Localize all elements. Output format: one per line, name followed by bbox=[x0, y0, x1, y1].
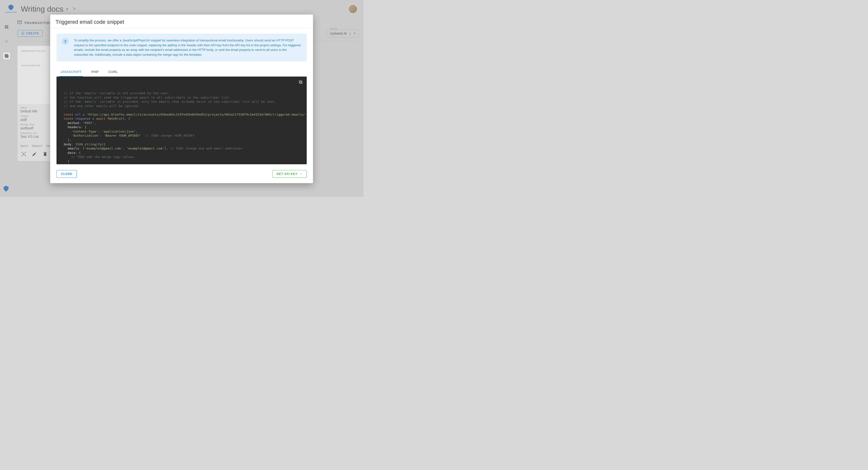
info-text: To simplify the process, we offer a Java… bbox=[74, 38, 301, 57]
tab-php[interactable]: PHP bbox=[90, 68, 100, 76]
tab-curl[interactable]: CURL bbox=[107, 68, 119, 76]
code-content: // If the 'emails' variable is not provi… bbox=[64, 91, 285, 164]
modal-body: ? To simplify the process, we offer a Ja… bbox=[50, 28, 313, 167]
get-api-key-label: GET API KEY bbox=[276, 172, 298, 176]
get-api-key-button[interactable]: GET API KEY → bbox=[272, 170, 307, 178]
code-snippet-modal: Triggered email code snippet ? To simpli… bbox=[50, 14, 313, 183]
code-tabs: JAVASCRIPT PHP CURL bbox=[57, 68, 307, 76]
info-box: ? To simplify the process, we offer a Ja… bbox=[57, 34, 307, 61]
arrow-right-icon: → bbox=[300, 172, 303, 176]
svg-rect-5 bbox=[300, 81, 302, 83]
modal-footer: CLOSE GET API KEY → bbox=[50, 167, 313, 183]
code-panel: // If the 'emails' variable is not provi… bbox=[57, 76, 307, 164]
help-icon: ? bbox=[62, 38, 69, 45]
svg-rect-6 bbox=[299, 81, 301, 83]
modal-header: Triggered email code snippet bbox=[50, 14, 313, 28]
copy-icon[interactable] bbox=[299, 80, 303, 86]
close-button[interactable]: CLOSE bbox=[57, 170, 77, 178]
modal-title: Triggered email code snippet bbox=[56, 19, 308, 25]
tab-javascript[interactable]: JAVASCRIPT bbox=[59, 68, 83, 76]
